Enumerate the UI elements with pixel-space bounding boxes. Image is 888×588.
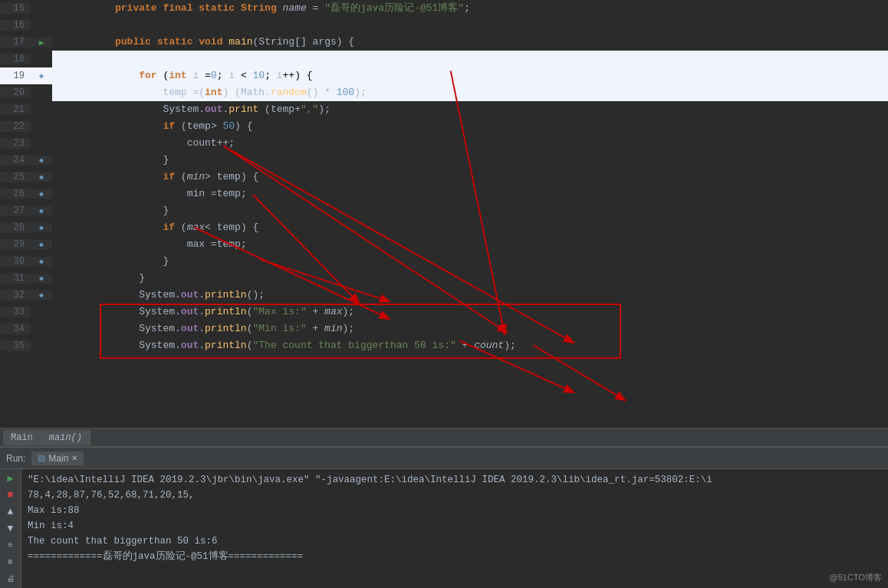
- line-num-35: 35: [0, 340, 31, 351]
- run-print-btn[interactable]: 🖨: [3, 573, 18, 585]
- run-tab-label: Main: [48, 453, 68, 464]
- line-num-31: 31: [0, 273, 31, 284]
- line-num-33: 33: [0, 307, 31, 317]
- run-icon-17[interactable]: ▶: [39, 38, 44, 48]
- run-header: Run: ▤ Main ✕: [0, 448, 888, 469]
- line-num-19: 19: [0, 71, 31, 81]
- run-wrap-btn[interactable]: ≡: [3, 539, 18, 551]
- run-sidebar: ▶ ■ ▲ ▼ ≡ ⚙ 🖨: [0, 469, 21, 588]
- line-num-23: 23: [0, 138, 31, 149]
- line-num-15: 15: [0, 3, 31, 14]
- bookmark-icon-27: ◆: [39, 206, 44, 215]
- line-num-22: 22: [0, 121, 31, 132]
- line-num-26: 26: [0, 189, 31, 199]
- line-num-18: 18: [0, 54, 31, 64]
- line-num-17: 17: [0, 37, 31, 48]
- line-num-24: 24: [0, 155, 31, 166]
- run-content: ▶ ■ ▲ ▼ ≡ ⚙ 🖨 "E:\idea\IntelliJ IDEA 201…: [0, 469, 888, 588]
- tab-strip: Main main(): [0, 428, 888, 446]
- run-settings-btn[interactable]: ⚙: [3, 556, 18, 568]
- run-output-line-2: 78,4,28,87,76,52,68,71,20,15,: [28, 488, 882, 503]
- line-num-29: 29: [0, 239, 31, 250]
- bookmark-icon-19: ◆: [39, 71, 44, 80]
- bookmark-icon-25: ◆: [39, 172, 44, 182]
- gutter-26: ◆: [31, 189, 52, 199]
- line-num-30: 30: [0, 256, 31, 267]
- line-content-35: System.out.println("The count that bigge…: [52, 320, 888, 371]
- line-num-27: 27: [0, 205, 31, 216]
- run-scroll-down-btn[interactable]: ▼: [3, 523, 18, 535]
- bookmark-icon-32: ◆: [39, 291, 44, 300]
- run-stop-btn[interactable]: ■: [3, 489, 18, 501]
- line-num-25: 25: [0, 172, 31, 182]
- bookmark-icon-30: ◆: [39, 257, 44, 266]
- run-label: Run:: [6, 453, 25, 464]
- editor-area: 15 private final static String name = "磊…: [0, 0, 888, 428]
- gutter-27: ◆: [31, 206, 52, 215]
- line-num-20: 20: [0, 87, 31, 98]
- gutter-32: ◆: [31, 291, 52, 300]
- code-line-15: 15 private final static String name = "磊…: [0, 0, 888, 17]
- run-output-line-1: "E:\idea\IntelliJ IDEA 2019.2.3\jbr\bin\…: [28, 472, 882, 488]
- bookmark-icon-31: ◆: [39, 274, 44, 283]
- tab-main[interactable]: Main: [3, 430, 41, 445]
- gutter-17[interactable]: ▶: [31, 38, 52, 48]
- code-line-35: 35 System.out.println("The count that bi…: [0, 337, 888, 354]
- line-num-21: 21: [0, 104, 31, 115]
- gutter-28: ◆: [31, 223, 52, 232]
- run-play-btn[interactable]: ▶: [3, 472, 18, 485]
- gutter-30: ◆: [31, 257, 52, 266]
- code-view: 15 private final static String name = "磊…: [0, 0, 888, 428]
- run-tab-main[interactable]: ▤ Main ✕: [31, 452, 84, 465]
- watermark: @51CTO博客: [830, 572, 882, 583]
- gutter-24: ◆: [31, 156, 52, 165]
- ide-container: 15 private final static String name = "磊…: [0, 0, 888, 588]
- bookmark-icon-29: ◆: [39, 240, 44, 249]
- run-output: "E:\idea\IntelliJ IDEA 2019.2.3\jbr\bin\…: [21, 469, 888, 588]
- line-num-34: 34: [0, 324, 31, 334]
- line-num-28: 28: [0, 222, 31, 233]
- run-panel: Run: ▤ Main ✕ ▶ ■ ▲ ▼ ≡ ⚙ 🖨 "E:\idea\Int…: [0, 446, 888, 588]
- run-tab-close[interactable]: ✕: [71, 454, 77, 462]
- line-num-32: 32: [0, 290, 31, 301]
- run-output-line-6: =============磊哥的java历险记-@51博客===========…: [28, 549, 882, 564]
- bookmark-icon-28: ◆: [39, 223, 44, 232]
- gutter-19: ◆: [31, 71, 52, 80]
- run-scroll-up-btn[interactable]: ▲: [3, 506, 18, 518]
- bookmark-icon-26: ◆: [39, 189, 44, 199]
- run-output-line-5: The count that biggerthan 50 is:6: [28, 534, 882, 549]
- gutter-29: ◆: [31, 240, 52, 249]
- run-output-line-4: Min is:4: [28, 518, 882, 534]
- tab-main-method[interactable]: main(): [41, 430, 90, 445]
- line-num-16: 16: [0, 20, 31, 31]
- gutter-25: ◆: [31, 172, 52, 182]
- run-output-line-3: Max is:88: [28, 503, 882, 518]
- gutter-31: ◆: [31, 274, 52, 283]
- bookmark-icon-24: ◆: [39, 156, 44, 165]
